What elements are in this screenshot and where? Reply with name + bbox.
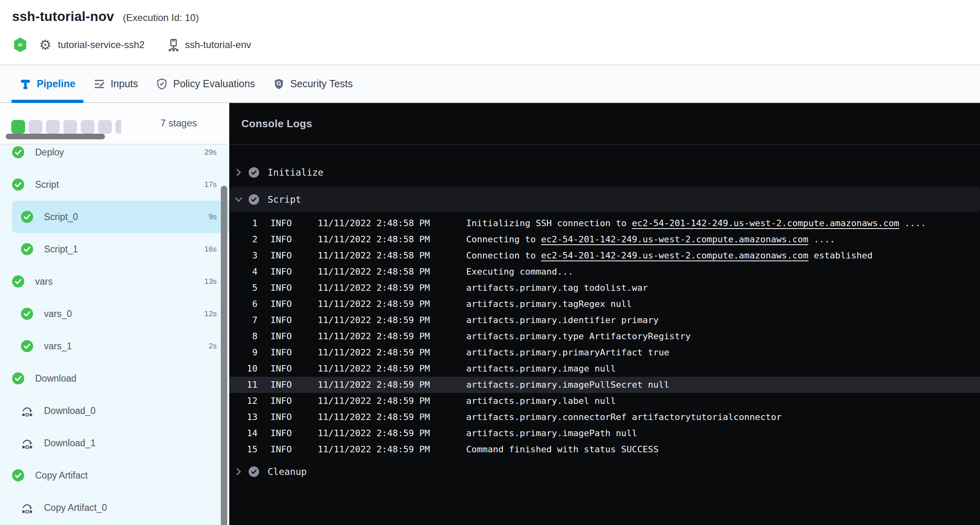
stage-row-deploy[interactable]: Deploy 29s xyxy=(0,145,229,168)
log-text: artifacts.primary.label null xyxy=(466,396,616,406)
log-line-number: 7 xyxy=(229,312,258,328)
log-text: artifacts.primary.imagePath null xyxy=(466,428,637,438)
stages-sidebar-header: 7 stages xyxy=(0,103,229,145)
sidebar-vertical-scrollbar[interactable] xyxy=(221,186,227,525)
stage-duration: 16s xyxy=(204,233,217,265)
stage-strip-horizontal-scrollbar[interactable] xyxy=(6,134,105,139)
log-timestamp: 11/11/2022 2:48:58 PM xyxy=(318,248,430,264)
log-host-link[interactable]: ec2-54-201-142-249.us-west-2.compute.ama… xyxy=(541,250,808,260)
log-row: 2 INFO 11/11/2022 2:48:58 PM Connecting … xyxy=(229,231,980,248)
log-timestamp: 11/11/2022 2:48:59 PM xyxy=(318,425,430,441)
log-level: INFO xyxy=(270,361,292,377)
stage-row-copy-artifact-0[interactable]: Copy Artifact_0 xyxy=(0,491,229,524)
stage-duration: 29s xyxy=(204,145,217,168)
pipeline-icon xyxy=(19,78,31,90)
execution-meta-row: ∞ ⚙ tutorial-service-ssh2 ssh-tutorial-e… xyxy=(13,37,251,52)
tab-label: Security Tests xyxy=(290,78,353,90)
console-panel: Console Logs Initialize Script 1 INFO 11… xyxy=(229,103,980,525)
stage-success-icon xyxy=(12,469,24,481)
stage-row-script[interactable]: Script 17s xyxy=(0,168,229,201)
environment-name[interactable]: ssh-tutorial-env xyxy=(185,39,251,50)
log-message: artifacts.primary.primaryArtifact true xyxy=(466,344,977,361)
progress-square-done xyxy=(11,120,25,134)
stage-row-vars[interactable]: vars 13s xyxy=(0,265,229,298)
tab-pipeline[interactable]: Pipeline xyxy=(10,65,84,102)
log-text: Initializing SSH connection to xyxy=(466,218,632,228)
stage-label: vars_0 xyxy=(44,298,72,330)
log-text: artifacts.primary.image null xyxy=(466,363,616,374)
log-text: artifacts.primary.tag todolist.war xyxy=(466,283,648,293)
chevron-right-icon[interactable] xyxy=(234,467,243,476)
stage-label: vars_1 xyxy=(44,330,72,362)
log-timestamp: 11/11/2022 2:48:58 PM xyxy=(318,231,430,248)
log-row: 11 INFO 11/11/2022 2:48:59 PM artifacts.… xyxy=(229,377,980,393)
execution-header: ssh-tutorial-nov (Execution Id: 10) ∞ ⚙ … xyxy=(0,0,980,65)
log-timestamp: 11/11/2022 2:48:59 PM xyxy=(318,377,430,393)
log-timestamp: 11/11/2022 2:48:59 PM xyxy=(318,312,430,328)
log-line-number: 6 xyxy=(229,296,258,312)
log-host-link[interactable]: ec2-54-201-142-249.us-west-2.compute.ama… xyxy=(541,234,808,244)
log-section-cleanup[interactable]: Cleanup xyxy=(229,462,980,482)
stage-label: Script xyxy=(35,168,59,201)
log-timestamp: 11/11/2022 2:48:58 PM xyxy=(318,264,430,280)
policy-shield-check-icon xyxy=(156,78,168,90)
log-host-link[interactable]: ec2-54-201-142-249.us-west-2.compute.ama… xyxy=(632,218,899,228)
log-row: 12 INFO 11/11/2022 2:48:59 PM artifacts.… xyxy=(229,393,980,409)
chevron-right-icon[interactable] xyxy=(234,195,243,204)
tab-inputs[interactable]: Inputs xyxy=(84,65,147,102)
stage-row-script-1[interactable]: Script_1 16s xyxy=(0,233,229,265)
stage-label: Download xyxy=(35,362,76,395)
svg-text:∞: ∞ xyxy=(17,40,23,48)
progress-square-pending xyxy=(29,120,42,134)
log-row: 7 INFO 11/11/2022 2:48:59 PM artifacts.p… xyxy=(229,312,980,328)
log-row: 6 INFO 11/11/2022 2:48:59 PM artifacts.p… xyxy=(229,296,980,312)
log-timestamp: 11/11/2022 2:48:59 PM xyxy=(318,328,430,344)
looping-strategy-icon xyxy=(21,437,33,449)
stage-label: Copy Artifact xyxy=(35,459,88,491)
execution-id: (Execution Id: 10) xyxy=(123,12,199,23)
console-body: Initialize Script 1 INFO 11/11/2022 2:48… xyxy=(229,103,980,525)
tab-label: Pipeline xyxy=(37,78,75,90)
log-message: artifacts.primary.connectorRef artifacto… xyxy=(466,409,977,425)
service-name[interactable]: tutorial-service-ssh2 xyxy=(58,39,144,50)
log-line-number: 1 xyxy=(229,215,258,231)
stage-duration: 9s xyxy=(209,201,217,233)
stage-row-download-1[interactable]: Download_1 xyxy=(0,427,229,459)
log-row: 1 INFO 11/11/2022 2:48:58 PM Initializin… xyxy=(229,215,980,231)
log-row: 13 INFO 11/11/2022 2:48:59 PM artifacts.… xyxy=(229,409,980,425)
environment-icon xyxy=(167,38,180,51)
tab-policy-evaluations[interactable]: Policy Evaluations xyxy=(147,65,264,102)
log-text: established xyxy=(808,250,873,260)
progress-square-pending xyxy=(115,120,121,134)
inputs-icon xyxy=(93,78,105,90)
stages-sidebar: 7 stages Deploy 29s xyxy=(0,103,229,525)
chevron-right-icon[interactable] xyxy=(234,168,243,177)
stage-row-download[interactable]: Download xyxy=(0,362,229,395)
log-section-script[interactable]: Script xyxy=(229,187,980,212)
progress-square-pending xyxy=(81,120,94,134)
log-line-number: 11 xyxy=(229,377,258,393)
log-timestamp: 11/11/2022 2:48:59 PM xyxy=(318,361,430,377)
stage-list: Deploy 29s Script 17s xyxy=(0,145,229,525)
progress-square-pending xyxy=(98,120,112,134)
log-timestamp: 11/11/2022 2:48:59 PM xyxy=(318,344,430,361)
stage-row-script-0[interactable]: Script_0 9s xyxy=(12,201,229,233)
log-level: INFO xyxy=(270,264,292,280)
stage-success-icon xyxy=(12,275,24,288)
log-message: Initializing SSH connection to ec2-54-20… xyxy=(466,215,977,231)
log-row: 14 INFO 11/11/2022 2:48:59 PM artifacts.… xyxy=(229,425,980,441)
stage-row-vars-1[interactable]: vars_1 2s xyxy=(0,330,229,362)
stage-row-download-0[interactable]: Download_0 xyxy=(0,395,229,427)
stage-row-copy-artifact[interactable]: Copy Artifact xyxy=(0,459,229,491)
log-row: 4 INFO 11/11/2022 2:48:58 PM Executing c… xyxy=(229,264,980,280)
page-title: ssh-tutorial-nov xyxy=(12,9,114,24)
progress-square-pending xyxy=(63,120,77,134)
log-section-initialize[interactable]: Initialize xyxy=(229,162,980,183)
log-row: 8 INFO 11/11/2022 2:48:59 PM artifacts.p… xyxy=(229,328,980,344)
log-message: Connecting to ec2-54-201-142-249.us-west… xyxy=(466,231,977,248)
tab-security-tests[interactable]: Security Tests xyxy=(264,65,362,102)
log-level: INFO xyxy=(270,296,292,312)
log-line-number: 3 xyxy=(229,248,258,264)
stage-row-vars-0[interactable]: vars_0 12s xyxy=(0,298,229,330)
section-success-icon xyxy=(249,167,259,178)
